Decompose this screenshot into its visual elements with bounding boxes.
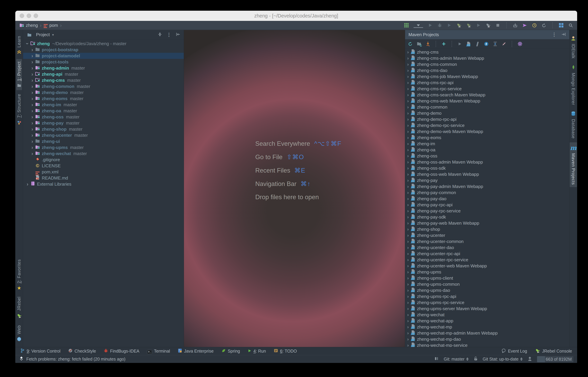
close-button[interactable] — [20, 13, 24, 18]
maven-module-zheng-pay[interactable]: ›mzheng-pay — [405, 177, 569, 183]
tree-chevron-icon[interactable]: › — [30, 139, 35, 144]
tree-chevron-icon[interactable]: › — [406, 123, 410, 128]
project-tree-item-pom-xml[interactable]: ›pom.xml — [23, 169, 184, 175]
tree-chevron-icon[interactable]: › — [30, 47, 35, 52]
settings-gear-purple-icon[interactable] — [517, 41, 522, 46]
maven-module-zheng-wechat[interactable]: ›mzheng-wechat — [405, 312, 569, 318]
generate-sources-icon[interactable] — [417, 42, 421, 46]
tree-chevron-icon[interactable]: › — [30, 133, 35, 138]
bottom-button-findbugs-idea[interactable]: FindBugs-IDEA — [104, 349, 139, 354]
tree-chevron-icon[interactable]: › — [406, 294, 410, 299]
tree-chevron-icon[interactable]: › — [406, 331, 410, 335]
maven-module-zheng-upms-server-Maven-Webapp[interactable]: ›mzheng-upms-server Maven Webapp — [405, 306, 569, 312]
tree-chevron-icon[interactable]: › — [406, 141, 410, 146]
maven-module-zheng-ucenter-rpc-service[interactable]: ›mzheng-ucenter-rpc-service — [405, 257, 569, 263]
search-everywhere-icon[interactable] — [568, 23, 573, 28]
maven-module-zheng-upms-rpc-service[interactable]: ›mzheng-upms-rpc-service — [405, 299, 569, 306]
tree-chevron-icon[interactable]: › — [406, 172, 410, 177]
tree-chevron-icon[interactable]: › — [30, 151, 35, 156]
maven-module-zheng-oss-web-Maven-Webapp[interactable]: ›mzheng-oss-web Maven Webapp — [405, 171, 569, 177]
project-tree-item-zheng-ucenter[interactable]: ›zheng-ucentermaster — [23, 132, 184, 138]
deploy-purple-icon[interactable] — [522, 23, 527, 27]
maven-module-zheng-wechat-mp-dao[interactable]: ›mzheng-wechat-mp-dao — [405, 336, 569, 342]
maven-module-zheng-demo-rpc-service[interactable]: ›mzheng-demo-rpc-service — [405, 122, 569, 129]
run-coverage-disabled-icon[interactable] — [447, 23, 452, 27]
unlock-icon[interactable] — [474, 356, 478, 362]
tree-chevron-icon[interactable]: › — [406, 178, 410, 183]
tool-window-button-1-project[interactable]: 1: Project — [16, 59, 22, 90]
tree-chevron-icon[interactable]: › — [406, 276, 410, 280]
tree-chevron-icon[interactable]: › — [30, 108, 35, 113]
tree-chevron-icon[interactable]: › — [406, 282, 410, 286]
bottom-button-java-enterprise[interactable]: Java Enterprise — [178, 348, 214, 354]
maven-module-zheng-ucenter-common[interactable]: ›mzheng-ucenter-common — [405, 238, 569, 245]
maven-module-zheng-cms-job-Maven-Webapp[interactable]: ›mzheng-cms-job Maven Webapp — [405, 73, 569, 80]
tree-chevron-icon[interactable]: › — [406, 313, 410, 317]
project-tree-item-README-md[interactable]: ›M↓README.md — [23, 175, 184, 181]
tree-chevron-icon[interactable]: › — [30, 78, 35, 83]
tree-chevron-icon[interactable]: › — [406, 111, 410, 115]
more-vertical-icon[interactable]: ⋮ — [552, 32, 557, 37]
toggle-offline-icon[interactable]: ∥ — [475, 41, 480, 47]
maven-module-zheng-upms-client[interactable]: ›mzheng-upms-client — [405, 275, 569, 281]
project-tree-item-project-tools[interactable]: ›project-tools — [23, 59, 184, 65]
tree-chevron-icon[interactable]: › — [406, 117, 410, 121]
maven-module-zheng-ucenter-web-Maven-Webapp[interactable]: ›mzheng-ucenter-web Maven Webapp — [405, 263, 569, 269]
maven-module-zheng-pay-web-Maven-Webapp[interactable]: ›mzheng-pay-web Maven Webapp — [405, 220, 569, 226]
stop-disabled-icon[interactable] — [495, 24, 500, 27]
maven-module-zheng-im[interactable]: ›mzheng-im — [405, 141, 569, 147]
tree-chevron-icon[interactable]: › — [30, 96, 35, 101]
maven-module-zheng-demo[interactable]: ›mzheng-demo — [405, 110, 569, 116]
tree-chevron-icon[interactable]: › — [30, 53, 35, 58]
breadcrumb-item[interactable]: pom — [44, 23, 58, 28]
chevron-down-icon[interactable]: ▾ — [52, 33, 54, 37]
tree-chevron-icon[interactable]: › — [30, 71, 35, 77]
project-tree-item-project-datamodel[interactable]: ›project-datamodel — [23, 53, 184, 59]
tree-chevron-icon[interactable]: › — [30, 127, 35, 132]
zoom-button[interactable] — [34, 13, 38, 18]
tree-chevron-icon[interactable]: › — [406, 209, 410, 213]
update-project-icon[interactable] — [513, 23, 517, 28]
view-grid-blue-icon[interactable] — [559, 23, 564, 27]
tree-chevron-icon[interactable]: › — [406, 227, 410, 231]
tree-chevron-icon[interactable]: › — [25, 41, 30, 46]
maven-module-zheng-common[interactable]: ›mzheng-common — [405, 104, 569, 110]
bottom-button-event-log[interactable]: Event Log — [501, 348, 527, 354]
hide-right-icon[interactable] — [561, 32, 566, 37]
project-tree-item-zheng-wechat[interactable]: ›zheng-wechatmaster — [23, 151, 184, 157]
tree-chevron-icon[interactable]: › — [406, 197, 410, 201]
tree-chevron-icon[interactable]: › — [406, 251, 410, 256]
project-tree-item-zheng-eoms[interactable]: ›zheng-eomsmaster — [23, 95, 184, 102]
collapse-all-pink-icon[interactable] — [502, 42, 506, 46]
project-tree-item-zheng-ui[interactable]: ›zheng-ui — [23, 138, 184, 144]
project-tree-item-zheng-shop[interactable]: ›zheng-shopmaster — [23, 126, 184, 132]
tree-chevron-icon[interactable]: › — [406, 325, 410, 329]
more-vertical-icon[interactable]: ⋮ — [167, 32, 171, 37]
project-tree-item-zheng-admin[interactable]: ›zheng-adminmaster — [23, 65, 184, 71]
project-tree-item-zheng-pay[interactable]: ›zheng-paymaster — [23, 120, 184, 126]
project-tree-item-zheng-api[interactable]: ›zheng-apimaster — [23, 71, 184, 77]
maven-module-zheng-cms-rpc-service[interactable]: ›mzheng-cms-rpc-service — [405, 86, 569, 92]
maven-module-zheng-ucenter-dao[interactable]: ›mzheng-ucenter-dao — [405, 245, 569, 251]
maven-module-zheng-cms[interactable]: ›mzheng-cms — [405, 49, 569, 55]
download-sources-orange-icon[interactable] — [426, 41, 430, 46]
jrebel-run-icon[interactable]: JR — [456, 23, 462, 28]
tool-window-button-mongo-explorer[interactable]: Mongo Explorer — [571, 62, 576, 107]
project-tree-item-External-Libraries[interactable]: ›External Libraries — [23, 181, 184, 187]
rerun-disabled-icon[interactable] — [476, 23, 481, 27]
maven-module-zheng-shop[interactable]: ›mzheng-shop — [405, 226, 569, 232]
maven-module-zheng-demo-rpc-api[interactable]: ›mzheng-demo-rpc-api — [405, 116, 569, 122]
tree-chevron-icon[interactable]: › — [25, 182, 30, 187]
tree-chevron-icon[interactable]: › — [406, 288, 410, 293]
bottom-button-spring[interactable]: Spring — [221, 349, 240, 354]
project-tree-item-zheng-demo[interactable]: ›zheng-demomaster — [23, 89, 184, 95]
maven-module-zheng-pay-dao[interactable]: ›mzheng-pay-dao — [405, 196, 569, 202]
tree-chevron-icon[interactable]: › — [406, 215, 410, 219]
tree-chevron-icon[interactable]: › — [406, 105, 410, 109]
project-tree-item-zheng-oa[interactable]: ›zheng-oamaster — [23, 108, 184, 114]
hector-head-icon[interactable] — [528, 356, 532, 362]
tree-chevron-icon[interactable]: › — [406, 50, 410, 54]
maven-module-zheng-ucenter[interactable]: ›mzheng-ucenter — [405, 232, 569, 238]
tree-chevron-icon[interactable]: › — [406, 129, 410, 134]
tool-window-button-idetalk[interactable]: IDEtalk — [571, 34, 576, 61]
